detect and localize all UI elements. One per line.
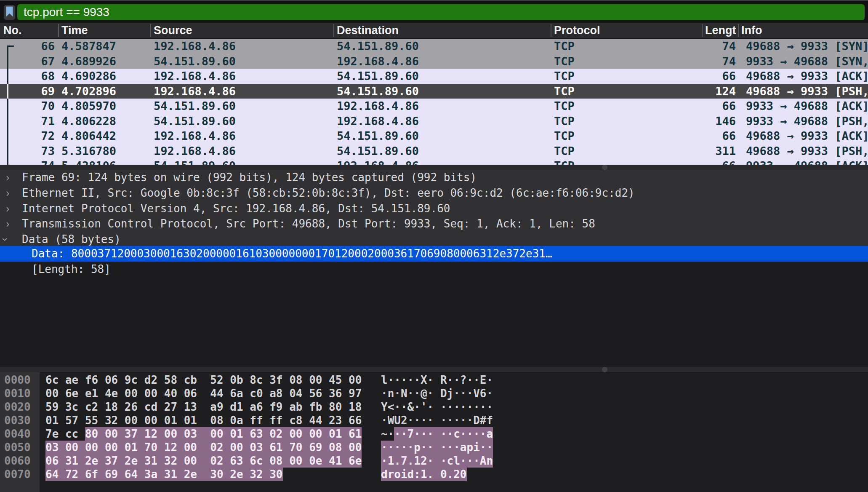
cell-source: 192.168.4.86 — [154, 84, 236, 99]
hex-ascii-plain: ~· — [381, 427, 394, 441]
hex-bytes: 64 72 6f 69 64 3a 31 2e 30 2e 32 30 — [45, 468, 283, 481]
column-header-no[interactable]: No. — [3, 23, 22, 39]
hex-ascii-highlighted: ·····p·· ···api·· — [381, 441, 493, 454]
cell-info: 9933 → 49688 [ACK] — [746, 99, 868, 114]
hex-bytes: 03 00 00 00 01 70 12 00 02 00 03 61 70 6… — [45, 441, 362, 454]
hex-ascii-highlighted: ·1.7.12· ·cl···An — [381, 454, 493, 468]
cell-length: 66 — [674, 128, 736, 144]
cell-protocol: TCP — [554, 84, 575, 99]
cell-protocol: TCP — [554, 158, 575, 165]
cell-source: 54.151.89.60 — [154, 114, 236, 129]
packet-row[interactable]: 66 4.587847 192.168.4.86 54.151.89.60 TC… — [0, 39, 868, 54]
packet-row[interactable]: 68 4.690286 192.168.4.86 54.151.89.60 TC… — [0, 69, 868, 84]
packet-list-header: No. Time Source Destination Protocol Len… — [0, 23, 868, 39]
detail-tree-row[interactable]: › Ethernet II, Src: Google_0b:8c:3f (58:… — [0, 185, 868, 201]
cell-protocol: TCP — [554, 99, 575, 114]
column-divider[interactable] — [702, 24, 703, 37]
hex-row[interactable]: 0070 64 72 6f 69 64 3a 31 2e 30 2e 32 30… — [0, 468, 868, 481]
cell-time: 4.690286 — [61, 69, 116, 84]
hex-bytes-highlighted: 06 31 2e 37 2e 31 32 00 02 63 6c 08 00 0… — [45, 454, 362, 468]
chevron-right-icon[interactable]: › — [6, 170, 9, 185]
hex-bytes: 01 57 55 32 00 00 01 01 08 0a ff ff c8 4… — [45, 414, 362, 427]
cell-protocol: TCP — [554, 54, 575, 69]
hex-bytes: 00 6e e1 4e 00 00 40 06 44 6a c0 a8 04 5… — [45, 387, 362, 400]
cell-source: 192.168.4.86 — [154, 69, 236, 84]
cell-protocol: TCP — [554, 128, 575, 144]
hex-offset-label: 0010 — [4, 387, 31, 400]
hex-bytes-plain: 7e cc — [45, 427, 85, 441]
column-header-info[interactable]: Info — [741, 23, 762, 39]
column-header-time[interactable]: Time — [61, 23, 88, 39]
detail-tree-row[interactable]: › Data (58 bytes) — [0, 232, 868, 247]
hex-bytes: 59 3c c2 18 26 cd 27 13 a9 d1 a6 f9 ab f… — [45, 400, 362, 414]
hex-row[interactable]: 0060 06 31 2e 37 2e 31 32 00 02 63 6c 08… — [0, 454, 868, 468]
packet-row[interactable]: 73 5.316780 192.168.4.86 54.151.89.60 TC… — [0, 144, 868, 159]
hex-ascii: l·····X· R··?··E· — [381, 373, 493, 387]
scrollbar-dot[interactable] — [602, 367, 607, 372]
hex-ascii-plain: l·····X· R··?··E· — [381, 373, 493, 387]
stream-indicator-selected-segment — [7, 84, 8, 99]
hex-ascii: droid:1. 0.20 — [381, 468, 467, 481]
cell-info: 49688 → 9933 [PSH, — [746, 144, 868, 159]
cell-protocol: TCP — [554, 144, 575, 159]
cell-length: 124 — [674, 84, 736, 99]
cell-length: 146 — [674, 114, 736, 129]
cell-length: 74 — [674, 39, 736, 54]
hex-row[interactable]: 0000 6c ae f6 06 9c d2 58 cb 52 0b 8c 3f… — [0, 373, 868, 387]
cell-info: 49688 → 9933 [ACK] — [746, 128, 868, 144]
hex-ascii: ·1.7.12· ·cl···An — [381, 454, 493, 468]
cell-protocol: TCP — [554, 69, 575, 84]
hex-ascii-plain: ·n·N··@· Dj···V6· — [381, 387, 493, 400]
cell-source: 54.151.89.60 — [154, 99, 236, 114]
hex-row[interactable]: 0040 7e cc 80 00 37 12 00 03 00 01 63 02… — [0, 427, 868, 441]
detail-tree-row[interactable]: › Frame 69: 124 bytes on wire (992 bits)… — [0, 170, 868, 185]
packet-row[interactable]: 74 5.428106 54.151.89.60 192.168.4.86 TC… — [0, 158, 868, 165]
column-header-length[interactable]: Length — [705, 23, 737, 39]
packet-row[interactable]: 70 4.805970 54.151.89.60 192.168.4.86 TC… — [0, 99, 868, 114]
cell-info: 49688 → 9933 [SYN] — [746, 39, 868, 54]
cell-destination: 192.168.4.86 — [337, 54, 419, 69]
cell-source: 192.168.4.86 — [154, 144, 236, 159]
filter-bookmark-button[interactable] — [3, 5, 16, 20]
hex-ascii: ·WU2···· ·····D#f — [381, 414, 493, 427]
chevron-right-icon[interactable]: › — [0, 238, 13, 241]
hex-ascii-highlighted: ··7··· ··c····a — [394, 427, 493, 441]
hex-dump-pane: 0000 6c ae f6 06 9c d2 58 cb 52 0b 8c 3f… — [0, 372, 868, 492]
detail-tree-row[interactable]: › Internet Protocol Version 4, Src: 192.… — [0, 201, 868, 217]
column-divider[interactable] — [551, 24, 551, 37]
hex-ascii: ·····p·· ···api·· — [381, 441, 493, 454]
detail-row-label: Ethernet II, Src: Google_0b:8c:3f (58:cb… — [22, 185, 635, 201]
chevron-right-icon[interactable]: › — [6, 185, 9, 201]
hex-row[interactable]: 0020 59 3c c2 18 26 cd 27 13 a9 d1 a6 f9… — [0, 400, 868, 414]
detail-tree-row[interactable]: › Transmission Control Protocol, Src Por… — [0, 216, 868, 232]
hex-bytes-highlighted: 03 00 00 00 01 70 12 00 02 00 03 61 70 6… — [45, 441, 362, 454]
detail-tree-row-length[interactable]: [Length: 58] — [0, 262, 868, 277]
packet-row[interactable]: 69 4.702896 192.168.4.86 54.151.89.60 TC… — [0, 84, 868, 99]
display-filter-input[interactable]: tcp.port == 9933 — [17, 4, 865, 20]
hex-bytes-highlighted: 80 00 37 12 00 03 00 01 63 02 00 00 01 6… — [85, 427, 362, 441]
pane-splitter-bottom[interactable] — [0, 367, 868, 372]
detail-row-label: Transmission Control Protocol, Src Port:… — [22, 216, 595, 232]
cell-destination: 54.151.89.60 — [337, 84, 419, 99]
chevron-right-icon[interactable]: › — [6, 201, 9, 217]
column-header-source[interactable]: Source — [154, 23, 192, 39]
column-divider[interactable] — [58, 24, 59, 37]
column-header-protocol[interactable]: Protocol — [554, 23, 600, 39]
cell-source: 192.168.4.86 — [154, 128, 236, 144]
packet-row[interactable]: 72 4.806442 192.168.4.86 54.151.89.60 TC… — [0, 128, 868, 144]
detail-tree-row-selected[interactable]: Data: 8000371200030001630200000161030000… — [0, 246, 868, 262]
hex-row[interactable]: 0050 03 00 00 00 01 70 12 00 02 00 03 61… — [0, 441, 868, 454]
packet-row[interactable]: 71 4.806228 54.151.89.60 192.168.4.86 TC… — [0, 114, 868, 129]
column-header-destination[interactable]: Destination — [337, 23, 399, 39]
cell-info: 9933 → 49688 [PSH, — [746, 114, 868, 129]
packet-row[interactable]: 67 4.689926 54.151.89.60 192.168.4.86 TC… — [0, 54, 868, 69]
hex-bytes-plain: 6c ae f6 06 9c d2 58 cb 52 0b 8c 3f 08 0… — [45, 373, 362, 387]
hex-row[interactable]: 0010 00 6e e1 4e 00 00 40 06 44 6a c0 a8… — [0, 387, 868, 400]
column-divider[interactable] — [150, 24, 151, 37]
chevron-right-icon[interactable]: › — [6, 216, 9, 232]
column-divider[interactable] — [333, 24, 334, 37]
hex-offset-label: 0060 — [4, 454, 31, 468]
hex-bytes-plain: 01 57 55 32 00 00 01 01 08 0a ff ff c8 4… — [45, 414, 362, 427]
column-divider[interactable] — [738, 24, 739, 37]
hex-row[interactable]: 0030 01 57 55 32 00 00 01 01 08 0a ff ff… — [0, 414, 868, 427]
